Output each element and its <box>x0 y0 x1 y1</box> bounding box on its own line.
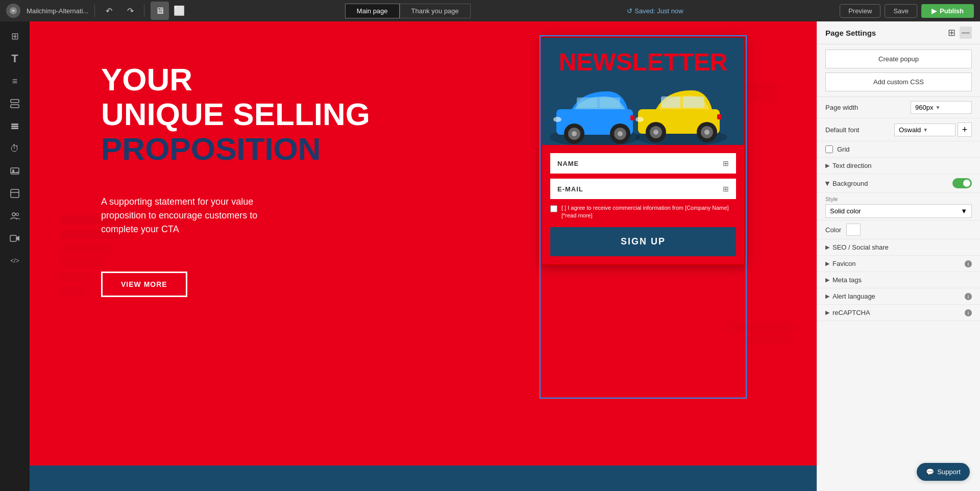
meta-tags-label: Meta tags <box>832 276 972 284</box>
create-popup-button[interactable]: Create popup <box>825 50 972 68</box>
collapse-arrow-meta: ▶ <box>825 277 829 283</box>
app-logo <box>6 4 20 18</box>
meta-tags-row[interactable]: ▶ Meta tags <box>817 272 980 288</box>
favicon-info-icon: i <box>965 260 972 267</box>
svg-point-35 <box>635 117 644 122</box>
panel-close-btn[interactable]: — <box>960 27 972 39</box>
seo-row[interactable]: ▶ SEO / Social share <box>817 239 980 256</box>
svg-rect-27 <box>661 96 680 108</box>
cars-image <box>546 68 740 145</box>
svg-rect-28 <box>683 96 704 108</box>
canvas-area[interactable]: YOUR UNIQUE SELLING PROPOSITION A suppor… <box>30 21 817 491</box>
support-button[interactable]: 💬 Support <box>917 463 970 481</box>
sidebar-icon-layout[interactable] <box>5 184 24 203</box>
svg-rect-6 <box>11 168 19 174</box>
signup-button[interactable]: SIGN UP <box>550 227 736 256</box>
panel-grid-icon[interactable]: ⊞ <box>948 27 955 38</box>
agreement-checkbox[interactable] <box>550 205 557 212</box>
field-icon: ⊞ <box>723 159 729 167</box>
color-swatch[interactable] <box>846 224 861 236</box>
sidebar-icon-rows[interactable]: ≡ <box>5 71 24 91</box>
color-row: Color <box>817 220 980 239</box>
background-row[interactable]: ▶ Background <box>817 174 980 193</box>
agreement-text: [ ] I agree to receive commercial inform… <box>561 204 736 220</box>
text-direction-row[interactable]: ▶ Text direction <box>817 158 980 174</box>
tablet-device-btn[interactable]: ⬜ <box>170 2 188 20</box>
desktop-device-btn[interactable]: 🖥 <box>151 2 169 20</box>
default-font-label: Default font <box>825 126 860 134</box>
newsletter-popup: NEWSLETTER <box>541 37 745 265</box>
recaptcha-info-icon: i <box>965 309 972 316</box>
redo-button[interactable]: ↷ <box>122 3 138 18</box>
alert-language-label: Alert language <box>832 292 962 300</box>
grid-checkbox[interactable] <box>825 145 833 153</box>
background-toggle[interactable] <box>952 178 972 188</box>
newsletter-title: NEWSLETTER <box>552 48 734 76</box>
sidebar-icon-history[interactable]: ⏱ <box>5 139 24 158</box>
page-tabs: Main page Thank you page <box>345 4 471 18</box>
newsletter-body: NAME ⊞ E-MAIL ⊞ [ ] I agree to receive c… <box>542 145 744 264</box>
collapse-arrow-recaptcha: ▶ <box>825 309 829 316</box>
bottom-teal-bar <box>30 465 817 491</box>
svg-point-10 <box>12 213 15 216</box>
svg-rect-2 <box>11 105 19 108</box>
collapse-arrow-bg: ▶ <box>824 181 831 185</box>
background-label: Background <box>832 180 949 187</box>
publish-button[interactable]: ▶ Publish <box>921 4 974 18</box>
page-width-row: Page width 960px ▼ <box>817 97 980 118</box>
collapse-arrow-alert: ▶ <box>825 293 829 300</box>
svg-point-34 <box>704 130 709 135</box>
page-width-dropdown[interactable]: 960px ▼ <box>911 101 972 114</box>
seo-label: SEO / Social share <box>832 243 972 251</box>
left-sidebar: ⊞ T ≡ ⏱ </> <box>0 21 30 491</box>
hero-line3: PROPOSITION <box>101 132 370 166</box>
view-more-button[interactable]: VIEW MORE <box>101 272 187 297</box>
default-font-dropdown[interactable]: Oswald ▼ <box>894 124 955 136</box>
alert-language-row[interactable]: ▶ Alert language i <box>817 288 980 305</box>
svg-rect-36 <box>717 114 721 119</box>
sidebar-icon-media[interactable] <box>5 161 24 181</box>
name-field[interactable]: NAME ⊞ <box>550 153 736 174</box>
sidebar-icon-sections[interactable] <box>5 94 24 113</box>
svg-rect-1 <box>11 100 19 103</box>
text-direction-label: Text direction <box>832 162 972 169</box>
svg-rect-16 <box>600 97 620 108</box>
right-sidebar-header: Page Settings ⊞ — <box>817 21 980 44</box>
alert-info-icon: i <box>965 293 972 300</box>
hero-line2: UNIQUE SELLING <box>101 97 370 132</box>
color-label: Color <box>825 226 841 234</box>
sidebar-icon-layers[interactable] <box>5 116 24 136</box>
favicon-row[interactable]: ▶ Favicon i <box>817 256 980 272</box>
save-button[interactable]: Save <box>885 4 917 18</box>
sidebar-icon-users[interactable] <box>5 206 24 226</box>
panel-title: Page Settings <box>825 29 876 37</box>
default-font-row: Default font Oswald ▼ + <box>817 118 980 141</box>
topbar: Mailchimp-Alternati... ↶ ↷ 🖥 ⬜ Main page… <box>0 0 980 21</box>
style-dropdown[interactable]: Solid color ▼ <box>825 204 972 218</box>
sidebar-icon-video[interactable] <box>5 229 24 248</box>
separator <box>94 5 95 17</box>
hero-text-block: YOUR UNIQUE SELLING PROPOSITION <box>101 62 370 167</box>
undo-button[interactable]: ↶ <box>101 3 116 18</box>
email-field[interactable]: E-MAIL ⊞ <box>550 179 736 199</box>
grid-label: Grid <box>837 145 850 153</box>
tab-thank-you-page[interactable]: Thank you page <box>400 4 471 18</box>
svg-rect-5 <box>11 128 18 129</box>
newsletter-header: NEWSLETTER <box>542 38 744 145</box>
topbar-actions: Preview Save ▶ Publish <box>840 4 974 18</box>
document-title: Mailchimp-Alternati... <box>27 7 88 15</box>
tab-main-page[interactable]: Main page <box>345 4 400 18</box>
sidebar-icon-text[interactable]: T <box>5 49 24 68</box>
preview-button[interactable]: Preview <box>840 4 880 18</box>
sidebar-icon-grid[interactable]: ⊞ <box>5 27 24 46</box>
checkbox-row: [ ] I agree to receive commercial inform… <box>550 204 736 220</box>
recaptcha-row[interactable]: ▶ reCAPTCHA i <box>817 305 980 321</box>
style-dropdown-arrow: ▼ <box>961 207 967 215</box>
add-css-button[interactable]: Add custom CSS <box>825 72 972 91</box>
svg-rect-4 <box>11 126 18 127</box>
page-width-label: Page width <box>825 104 858 111</box>
saved-icon: ↺ <box>627 7 632 15</box>
sidebar-icon-code[interactable]: </> <box>5 251 24 271</box>
add-font-button[interactable]: + <box>958 122 972 137</box>
svg-point-23 <box>553 117 561 122</box>
